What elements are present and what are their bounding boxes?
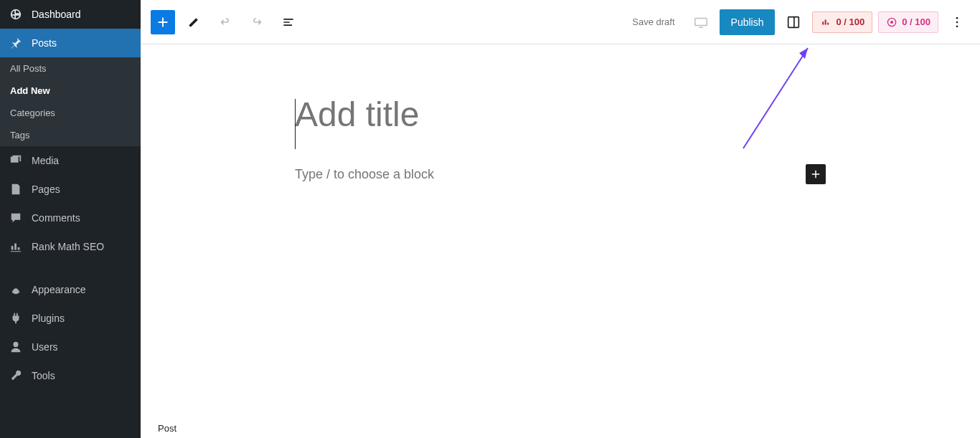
save-draft-button[interactable]: Save draft xyxy=(625,12,682,32)
editor: Save draft Publish 0 / 100 0 / 100 xyxy=(141,0,980,438)
rankmath-score-badge[interactable]: 0 / 100 xyxy=(878,11,938,33)
aioseo-score-badge[interactable]: 0 / 100 xyxy=(812,11,872,33)
plugins-icon xyxy=(9,311,23,325)
menu-rankmath[interactable]: Rank Math SEO xyxy=(0,232,141,261)
svg-rect-1 xyxy=(788,16,799,27)
menu-separator xyxy=(0,261,141,275)
menu-users[interactable]: Users xyxy=(0,333,141,361)
aioseo-score-value: 0 / 100 xyxy=(836,16,864,27)
menu-plugins-label: Plugins xyxy=(32,313,65,324)
rankmath-score-value: 0 / 100 xyxy=(902,16,930,27)
menu-dashboard[interactable]: Dashboard xyxy=(0,0,141,29)
svg-point-3 xyxy=(890,20,893,23)
editor-toolbar: Save draft Publish 0 / 100 0 / 100 xyxy=(141,0,980,44)
undo-button[interactable] xyxy=(212,9,238,35)
redo-button[interactable] xyxy=(244,9,270,35)
dashboard-icon xyxy=(9,7,23,22)
menu-media-label: Media xyxy=(32,155,59,166)
menu-pages-label: Pages xyxy=(32,184,60,195)
svg-rect-0 xyxy=(694,18,707,25)
users-icon xyxy=(9,340,23,354)
aioseo-icon xyxy=(820,16,831,28)
target-icon xyxy=(886,16,897,28)
tools-select-button[interactable] xyxy=(181,9,207,35)
preview-button[interactable] xyxy=(688,9,714,35)
svg-point-6 xyxy=(956,25,958,27)
appearance-icon xyxy=(9,282,23,297)
svg-marker-8 xyxy=(799,48,808,59)
menu-appearance[interactable]: Appearance xyxy=(0,275,141,304)
svg-point-5 xyxy=(956,21,958,23)
submenu-categories[interactable]: Categories xyxy=(0,102,141,124)
pages-icon xyxy=(9,182,23,196)
menu-appearance-label: Appearance xyxy=(32,284,86,295)
menu-rankmath-label: Rank Math SEO xyxy=(32,241,104,252)
menu-posts-label: Posts xyxy=(32,37,57,49)
menu-users-label: Users xyxy=(32,341,58,353)
pin-icon xyxy=(9,36,23,50)
menu-dashboard-label: Dashboard xyxy=(32,9,81,20)
menu-pages[interactable]: Pages xyxy=(0,175,141,204)
menu-posts[interactable]: Posts xyxy=(0,29,141,57)
document-overview-button[interactable] xyxy=(275,9,301,35)
svg-point-4 xyxy=(956,16,958,19)
menu-media[interactable]: Media xyxy=(0,146,141,175)
menu-plugins[interactable]: Plugins xyxy=(0,304,141,333)
editor-canvas: Type / to choose a block Post xyxy=(141,44,980,438)
menu-tools-label: Tools xyxy=(32,370,55,381)
admin-sidebar: Dashboard Posts All Posts Add New Catego… xyxy=(0,0,141,438)
menu-tools[interactable]: Tools xyxy=(0,361,141,390)
block-placeholder-text[interactable]: Type / to choose a block xyxy=(295,167,434,182)
submenu-tags[interactable]: Tags xyxy=(0,124,141,146)
add-block-button[interactable] xyxy=(806,164,826,184)
publish-button[interactable]: Publish xyxy=(720,9,776,35)
submenu-all-posts[interactable]: All Posts xyxy=(0,57,141,80)
comments-icon xyxy=(9,211,23,225)
post-title-input[interactable] xyxy=(295,95,826,134)
menu-comments-label: Comments xyxy=(32,212,80,224)
post-title-wrap xyxy=(295,95,826,134)
breadcrumb-post[interactable]: Post xyxy=(158,416,176,438)
submenu-add-new[interactable]: Add New xyxy=(0,80,141,102)
menu-comments[interactable]: Comments xyxy=(0,204,141,232)
media-icon xyxy=(9,153,23,168)
settings-toggle-button[interactable] xyxy=(781,9,806,35)
text-cursor xyxy=(295,99,296,149)
more-options-button[interactable] xyxy=(944,9,970,35)
tools-icon xyxy=(9,368,23,383)
posts-submenu: All Posts Add New Categories Tags xyxy=(0,57,141,146)
toggle-inserter-button[interactable] xyxy=(151,10,175,34)
rankmath-icon xyxy=(9,239,23,254)
